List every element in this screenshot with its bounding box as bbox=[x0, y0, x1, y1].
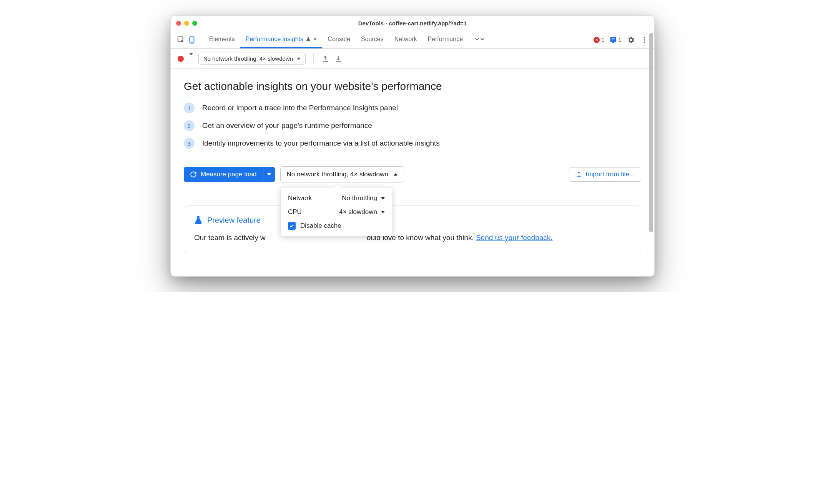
step-text: Identify improvements to your performanc… bbox=[202, 139, 440, 148]
chevron-up-icon bbox=[394, 173, 398, 176]
more-menu-icon[interactable] bbox=[640, 36, 648, 44]
settings-gear-icon[interactable] bbox=[627, 36, 635, 44]
feedback-link[interactable]: Send us your feedback. bbox=[476, 234, 553, 242]
button-label: Import from file... bbox=[585, 171, 635, 178]
tab-elements[interactable]: Elements bbox=[204, 31, 240, 48]
preview-text-prefix: Our team is actively w bbox=[194, 234, 266, 242]
tab-network[interactable]: Network bbox=[389, 31, 422, 48]
cpu-label: CPU bbox=[288, 208, 302, 216]
throttle-label: No network throttling, 4× slowdown bbox=[203, 55, 293, 62]
svg-point-7 bbox=[644, 41, 645, 43]
window-title: DevTools - coffee-cart.netlify.app/?ad=1 bbox=[171, 20, 654, 27]
step-number: 3 bbox=[184, 138, 195, 149]
errors-badge[interactable]: × 1 bbox=[594, 37, 604, 43]
chevron-down-icon bbox=[297, 58, 301, 60]
errors-count: 1 bbox=[601, 37, 604, 43]
scrollbar[interactable] bbox=[648, 33, 653, 275]
page-heading: Get actionable insights on your website'… bbox=[184, 80, 641, 93]
chevron-down-icon bbox=[381, 197, 385, 199]
record-button[interactable] bbox=[178, 56, 184, 62]
chevron-down-icon bbox=[381, 211, 385, 213]
network-value: No throttling bbox=[342, 194, 377, 202]
step-item: 2 Get an overview of your page's runtime… bbox=[184, 120, 641, 131]
export-icon[interactable] bbox=[321, 55, 329, 63]
reload-icon bbox=[190, 171, 197, 178]
svg-point-6 bbox=[644, 39, 645, 40]
traffic-lights bbox=[176, 21, 197, 26]
close-window-button[interactable] bbox=[176, 21, 181, 26]
disable-cache-checkbox[interactable] bbox=[288, 222, 296, 230]
tab-label: Performance insights bbox=[246, 36, 303, 43]
tab-sources[interactable]: Sources bbox=[356, 31, 389, 48]
device-toggle-icon[interactable] bbox=[188, 36, 196, 44]
disable-cache-label: Disable cache bbox=[300, 222, 341, 230]
experiment-flask-icon bbox=[306, 36, 311, 42]
preview-title: Preview feature bbox=[207, 216, 261, 225]
cpu-select[interactable]: 4× slowdown bbox=[339, 208, 385, 216]
cpu-value: 4× slowdown bbox=[339, 208, 377, 216]
issues-badge[interactable]: 1 bbox=[610, 36, 621, 43]
preview-body: Our team is actively working on this fea… bbox=[194, 232, 631, 244]
devtools-tabbar: Elements Performance insights × Console … bbox=[171, 31, 654, 49]
action-row: Measure page load No network throttling,… bbox=[184, 166, 641, 182]
flask-icon bbox=[194, 215, 203, 225]
step-number: 1 bbox=[184, 103, 195, 113]
close-tab-icon[interactable]: × bbox=[313, 36, 317, 43]
devtools-window: DevTools - coffee-cart.netlify.app/?ad=1… bbox=[170, 15, 655, 277]
minimize-window-button[interactable] bbox=[184, 21, 189, 26]
svg-rect-3 bbox=[612, 38, 615, 39]
tab-performance[interactable]: Performance bbox=[422, 31, 468, 48]
issues-icon bbox=[610, 36, 617, 43]
import-from-file-button[interactable]: Import from file... bbox=[569, 167, 641, 182]
separator bbox=[313, 53, 314, 64]
record-menu-caret[interactable] bbox=[189, 55, 193, 62]
maximize-window-button[interactable] bbox=[192, 21, 197, 26]
error-icon: × bbox=[594, 37, 600, 43]
step-item: 3 Identify improvements to your performa… bbox=[184, 138, 641, 149]
svg-rect-4 bbox=[612, 40, 614, 40]
issues-count: 1 bbox=[618, 37, 621, 43]
step-item: 1 Record or import a trace into the Perf… bbox=[184, 103, 641, 113]
throttle-select[interactable]: No network throttling, 4× slowdown bbox=[198, 53, 306, 65]
import-icon[interactable] bbox=[334, 55, 342, 63]
svg-point-5 bbox=[644, 37, 645, 38]
tab-performance-insights[interactable]: Performance insights × bbox=[240, 31, 323, 48]
titlebar: DevTools - coffee-cart.netlify.app/?ad=1 bbox=[171, 16, 654, 31]
throttle-dropdown[interactable]: No network throttling, 4× slowdown bbox=[280, 166, 404, 182]
network-select[interactable]: No throttling bbox=[342, 194, 385, 202]
button-label: Measure page load bbox=[201, 171, 257, 178]
network-label: Network bbox=[288, 194, 312, 202]
dropdown-label: No network throttling, 4× slowdown bbox=[287, 171, 388, 178]
steps-list: 1 Record or import a trace into the Perf… bbox=[184, 103, 641, 149]
measure-page-load-button[interactable]: Measure page load bbox=[184, 167, 275, 182]
more-tabs-button[interactable] bbox=[468, 31, 491, 48]
insights-toolbar: No network throttling, 4× slowdown bbox=[171, 49, 654, 69]
upload-icon bbox=[576, 171, 582, 178]
tab-console[interactable]: Console bbox=[322, 31, 356, 48]
preview-feature-box: Preview feature Our team is actively wor… bbox=[184, 206, 641, 253]
step-text: Record or import a trace into the Perfor… bbox=[202, 104, 398, 112]
disable-cache-row[interactable]: Disable cache bbox=[288, 222, 385, 230]
inspect-element-icon[interactable] bbox=[177, 36, 185, 44]
scrollbar-thumb[interactable] bbox=[649, 33, 653, 232]
main-content: Get actionable insights on your website'… bbox=[171, 69, 654, 276]
step-number: 2 bbox=[184, 120, 195, 131]
step-text: Get an overview of your page's runtime p… bbox=[202, 121, 372, 130]
measure-menu-caret[interactable] bbox=[263, 167, 275, 182]
throttle-popover: Network No throttling CPU 4× slowdown bbox=[281, 187, 392, 236]
